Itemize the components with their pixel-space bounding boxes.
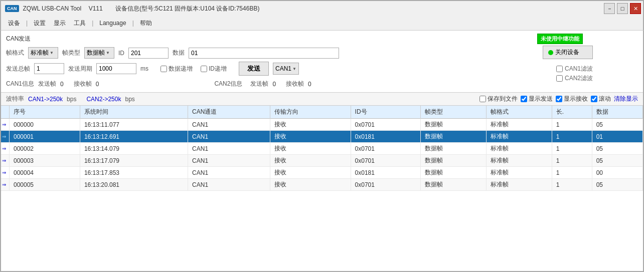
can2-baud-unit: bps — [125, 96, 134, 103]
table-row[interactable]: ⇒ 000002 16:13:14.079 CAN1 接收 0x0701 数据帧… — [1, 143, 643, 155]
menu-settings[interactable]: 设置 — [31, 18, 49, 29]
id-input[interactable] — [128, 48, 169, 59]
show-tx-checkbox[interactable] — [521, 96, 527, 102]
separator-2: | — [91, 20, 94, 27]
row-can-id: 0x0701 — [351, 143, 420, 155]
send-button[interactable]: 发送 — [239, 62, 269, 76]
toolbar-right: 保存到文件 显示发送 显示接收 滚动 清除显示 — [479, 95, 638, 103]
total-frames-input[interactable] — [34, 63, 64, 74]
data-incr-checkbox[interactable] — [160, 66, 167, 72]
can1-rx-label: 接收帧 — [74, 80, 92, 88]
can2-baud-value: CAN2->250k — [86, 96, 121, 103]
row-frame-format: 标准帧 — [486, 155, 552, 167]
row-arrow: ⇒ — [1, 167, 10, 179]
row-frame-format: 标准帧 — [486, 143, 552, 155]
id-incr-checkbox[interactable] — [201, 66, 207, 72]
close-device-button[interactable]: 关闭设备 — [543, 46, 593, 59]
menu-language[interactable]: Language — [96, 19, 129, 28]
period-input[interactable] — [96, 63, 136, 74]
can1-baud-unit: bps — [67, 96, 76, 103]
can2-filter-label[interactable]: CAN2滤波 — [556, 74, 593, 83]
save-to-file-checkbox[interactable] — [479, 96, 486, 102]
can1-filter-label[interactable]: CAN1滤波 — [556, 65, 593, 73]
row-index: 000002 — [10, 143, 80, 155]
row-frame-format: 标准帧 — [486, 119, 552, 131]
id-label: ID — [118, 50, 124, 57]
row-channel: CAN1 — [188, 167, 270, 179]
frame-type-dropdown[interactable]: 数据帧 ▼ — [84, 47, 114, 59]
frame-format-dropdown[interactable]: 标准帧 ▼ — [28, 47, 58, 59]
row-index: 000005 — [10, 179, 80, 191]
row-can-id: 0x0701 — [351, 119, 420, 131]
row-direction: 接收 — [270, 119, 351, 131]
frame-format-label: 帧格式 — [6, 49, 24, 57]
can-info-row: CAN1信息 发送帧 0 接收帧 0 CAN2信息 发送帧 0 接收帧 0 — [6, 79, 638, 88]
ms-label: ms — [140, 65, 148, 72]
row-frame-format: 标准帧 — [486, 167, 552, 179]
row-data: 05 — [592, 119, 642, 131]
th-frame-format: 帧格式 — [486, 106, 552, 119]
data-incr-label[interactable]: 数据递增 — [160, 65, 193, 73]
show-rx-checkbox[interactable] — [556, 96, 562, 102]
can2-filter-checkbox[interactable] — [556, 75, 563, 82]
row-data: 05 — [592, 179, 642, 191]
can2-rx-value: 0 — [308, 81, 311, 88]
th-id: ID号 — [351, 106, 420, 119]
table-row[interactable]: ⇒ 000004 16:13:17.853 CAN1 接收 0x0181 数据帧… — [1, 167, 643, 179]
app-title: ZQWL USB-CAN Tool V111 设备信息(型号:5C121 固件版… — [23, 5, 639, 13]
table-row[interactable]: ⇒ 000003 16:13:17.079 CAN1 接收 0x0701 数据帧… — [1, 155, 643, 167]
th-channel: CAN通道 — [188, 106, 270, 119]
table-header-row: 序号 系统时间 CAN通道 传输方向 ID号 帧类型 帧格式 长. 数据 — [1, 106, 643, 119]
minimize-button[interactable]: － — [604, 3, 615, 14]
table-row[interactable]: ⇒ 000000 16:13:11.077 CAN1 接收 0x0701 数据帧… — [1, 119, 643, 131]
row-can-id: 0x0701 — [351, 179, 420, 191]
main-content: 未使用中继功能 关闭设备 CAN1滤波 CAN2滤波 CAN发送 帧格式 — [0, 30, 644, 272]
row-time: 16:13:14.079 — [80, 143, 188, 155]
row-length: 1 — [552, 179, 592, 191]
id-incr-label[interactable]: ID递增 — [201, 65, 227, 73]
th-time: 系统时间 — [80, 106, 188, 119]
show-tx-label[interactable]: 显示发送 — [521, 95, 553, 103]
row-direction: 接收 — [270, 155, 351, 167]
row-arrow: ⇒ — [1, 143, 10, 155]
can1-filter-checkbox[interactable] — [556, 66, 563, 72]
row-frame-type: 数据帧 — [420, 179, 486, 191]
save-to-file-label[interactable]: 保存到文件 — [479, 95, 518, 103]
scroll-checkbox[interactable] — [591, 96, 597, 102]
menu-help[interactable]: 帮助 — [137, 18, 155, 29]
data-input[interactable] — [189, 48, 339, 59]
data-table: 序号 系统时间 CAN通道 传输方向 ID号 帧类型 帧格式 长. 数据 ⇒ 0… — [1, 106, 643, 271]
can-select-arrow: ▼ — [292, 67, 296, 71]
table-row[interactable]: ⇒ 000001 16:13:12.691 CAN1 接收 0x0181 数据帧… — [1, 131, 643, 143]
row-index: 000003 — [10, 155, 80, 167]
title-bar: CAN ZQWL USB-CAN Tool V111 设备信息(型号:5C121… — [0, 0, 644, 16]
close-button[interactable]: ✕ — [630, 3, 641, 14]
menu-device[interactable]: 设备 — [5, 18, 23, 29]
th-data: 数据 — [592, 106, 642, 119]
row-frame-format: 标准帧 — [486, 131, 552, 143]
window-controls: － □ ✕ — [604, 3, 641, 14]
table-row[interactable]: ⇒ 000005 16:13:20.081 CAN1 接收 0x0701 数据帧… — [1, 179, 643, 191]
can1-tx-label: 发送帧 — [38, 80, 56, 88]
scroll-label[interactable]: 滚动 — [591, 95, 611, 103]
can1-info: CAN1信息 发送帧 0 接收帧 0 — [6, 80, 99, 88]
menu-tools[interactable]: 工具 — [71, 18, 89, 29]
maximize-button[interactable]: □ — [617, 3, 628, 14]
app-logo: CAN — [5, 5, 19, 13]
can-data-table: 序号 系统时间 CAN通道 传输方向 ID号 帧类型 帧格式 长. 数据 ⇒ 0… — [1, 106, 643, 191]
can-select-dropdown[interactable]: CAN1 ▼ — [273, 63, 299, 75]
show-rx-label[interactable]: 显示接收 — [556, 95, 588, 103]
row-length: 1 — [552, 143, 592, 155]
total-frames-label: 发送总帧 — [6, 65, 30, 73]
row-length: 1 — [552, 131, 592, 143]
row-direction: 接收 — [270, 167, 351, 179]
row-frame-format: 标准帧 — [486, 179, 552, 191]
relay-badge: 未使用中继功能 — [537, 34, 583, 44]
row-data: 00 — [592, 167, 642, 179]
can2-tx-label: 发送帧 — [250, 80, 268, 88]
row-frame-type: 数据帧 — [420, 155, 486, 167]
menu-display[interactable]: 显示 — [51, 18, 69, 29]
clear-display-button[interactable]: 清除显示 — [614, 95, 638, 103]
row-can-id: 0x0701 — [351, 155, 420, 167]
close-device-label: 关闭设备 — [555, 48, 579, 57]
